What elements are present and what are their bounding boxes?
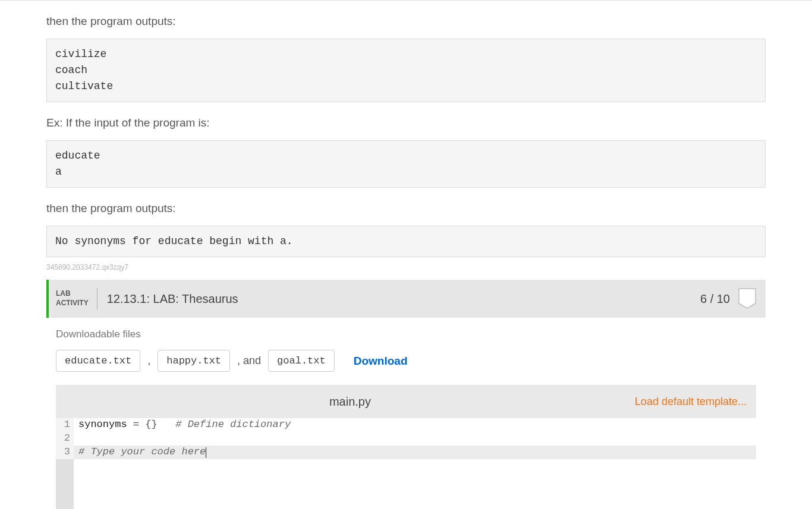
line-content[interactable]: synonyms = {} # Define dictionary bbox=[74, 418, 291, 432]
line-number: 3 bbox=[56, 445, 74, 459]
lab-header: LAB ACTIVITY 12.13.1: LAB: Thesaurus 6 /… bbox=[46, 280, 766, 318]
watermark-text: 345890.2033472.qx3zqy7 bbox=[46, 263, 766, 271]
load-default-template[interactable]: Load default template... bbox=[635, 396, 747, 408]
lab-panel: LAB ACTIVITY 12.13.1: LAB: Thesaurus 6 /… bbox=[46, 280, 766, 509]
line-number: 2 bbox=[56, 432, 74, 445]
lab-score: 6 / 10 bbox=[700, 292, 730, 306]
editor-empty-area[interactable] bbox=[74, 459, 756, 509]
downloads-title: Downloadable files bbox=[56, 328, 756, 340]
output-intro-1: then the program outputs: bbox=[46, 15, 766, 28]
tok-ops: = {} bbox=[127, 419, 176, 430]
file-chip-goal[interactable]: goal.txt bbox=[268, 350, 335, 372]
code-line-1[interactable]: 1 synonyms = {} # Define dictionary bbox=[56, 418, 756, 432]
tok-identifier: synonyms bbox=[78, 419, 127, 430]
text-cursor-icon bbox=[206, 447, 206, 458]
line-content[interactable]: # Type your code here bbox=[74, 445, 206, 459]
tok-comment: # Type your code here bbox=[78, 446, 206, 457]
lab-label-line2: ACTIVITY bbox=[56, 299, 89, 308]
top-divider bbox=[0, 0, 812, 1]
main-container: then the program outputs: civilize coach… bbox=[46, 15, 766, 509]
tok-comment: # Define dictionary bbox=[175, 419, 291, 430]
code-editor[interactable]: 1 synonyms = {} # Define dictionary 2 3 … bbox=[56, 418, 756, 509]
file-chip-educate[interactable]: educate.txt bbox=[56, 350, 140, 372]
editor-filename: main.py bbox=[65, 395, 635, 409]
gutter-fill bbox=[56, 459, 74, 509]
editor-header: main.py Load default template... bbox=[56, 385, 756, 418]
input-box-2: educate a bbox=[46, 140, 766, 188]
output-box-3: No synonyms for educate begin with a. bbox=[46, 226, 766, 257]
downloads-section: Downloadable files educate.txt , happy.t… bbox=[46, 318, 766, 385]
lab-activity-label: LAB ACTIVITY bbox=[56, 288, 97, 309]
line-number: 1 bbox=[56, 418, 74, 432]
bookmark-icon[interactable] bbox=[738, 288, 756, 309]
output-intro-2: then the program outputs: bbox=[46, 202, 766, 215]
input-intro-2: Ex: If the input of the program is: bbox=[46, 116, 766, 129]
code-line-2[interactable]: 2 bbox=[56, 432, 756, 445]
file-sep-2: , and bbox=[237, 355, 261, 367]
output-box-1: civilize coach cultivate bbox=[46, 39, 766, 102]
download-link[interactable]: Download bbox=[354, 355, 408, 368]
line-content[interactable] bbox=[74, 432, 78, 445]
code-line-3[interactable]: 3 # Type your code here bbox=[56, 445, 756, 459]
file-chip-happy[interactable]: happy.txt bbox=[158, 350, 230, 372]
lab-label-line1: LAB bbox=[56, 289, 89, 299]
file-sep-1: , bbox=[147, 355, 150, 367]
files-row: educate.txt , happy.txt , and goal.txt D… bbox=[56, 350, 756, 372]
lab-title: 12.13.1: LAB: Thesaurus bbox=[107, 292, 700, 306]
